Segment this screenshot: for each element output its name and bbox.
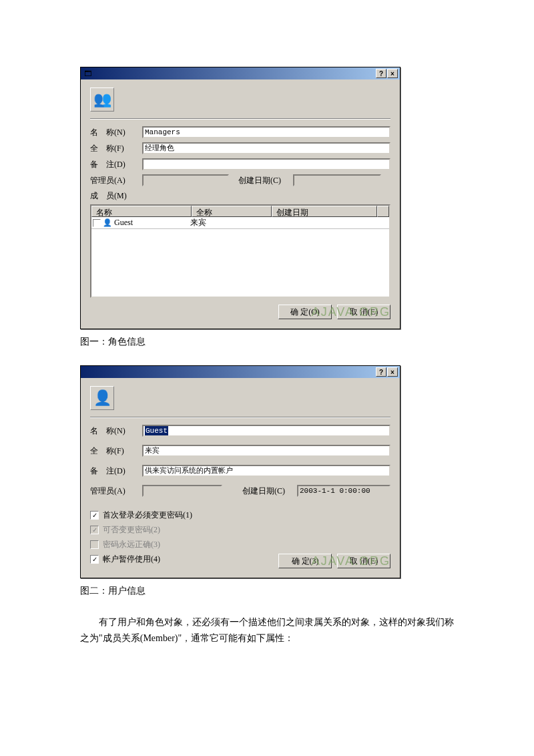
cancel-button[interactable]: 取 消(E) xyxy=(337,305,390,319)
ok-button[interactable]: 确 定(3) xyxy=(278,554,332,568)
separator xyxy=(90,417,390,418)
admin-input[interactable] xyxy=(142,174,229,186)
remark-input[interactable] xyxy=(142,158,390,170)
fullname-input[interactable]: 经理角色 xyxy=(142,142,390,154)
user-icon: 👤 xyxy=(90,386,114,410)
cancel-button[interactable]: 取 消(E) xyxy=(337,554,390,568)
grid-col-full[interactable]: 全称 xyxy=(192,206,272,217)
checkbox-icon xyxy=(90,540,99,549)
members-grid[interactable]: 名称 全称 创建日期 👤 Guest 来宾 xyxy=(90,204,390,298)
table-row[interactable]: 👤 Guest 来宾 xyxy=(91,217,389,229)
role-info-dialog: 🗔 ? × 👥 名 称(N) Managers 全 称(F) 经理角色 xyxy=(80,67,400,329)
user-icon: 👤 xyxy=(102,218,113,227)
checkbox-password-never-wrong: 密码永远正确(3) xyxy=(90,539,278,550)
fullname-label: 全 称(F) xyxy=(90,143,142,154)
checkbox-label: 首次登录必须变更密码(1) xyxy=(103,510,192,521)
help-button[interactable]: ? xyxy=(376,69,386,78)
row-checkbox[interactable] xyxy=(93,219,101,227)
create-date-label: 创建日期(C) xyxy=(238,175,293,186)
name-label: 名 称(N) xyxy=(90,425,142,437)
checkbox-account-suspended[interactable]: ✓ 帐户暂停使用(4) xyxy=(90,554,278,565)
close-button[interactable]: × xyxy=(387,367,398,377)
checkbox-label: 可否变更密码(2) xyxy=(103,524,160,536)
admin-label: 管理员(A) xyxy=(90,175,142,186)
checkbox-change-password-first-login[interactable]: ✓ 首次登录必须变更密码(1) xyxy=(90,510,278,521)
grid-col-spacer xyxy=(377,206,389,217)
fullname-input[interactable]: 来宾 xyxy=(142,445,390,457)
figure-caption-1: 图一：角色信息 xyxy=(80,336,454,348)
remark-label: 备 注(D) xyxy=(90,159,142,170)
checkbox-icon: ✓ xyxy=(90,526,99,534)
grid-header: 名称 全称 创建日期 xyxy=(91,206,389,217)
figure-caption-2: 图二：用户信息 xyxy=(80,585,454,597)
role-icon: 👥 xyxy=(90,87,114,112)
remark-input[interactable]: 供来宾访问系统的内置帐户 xyxy=(142,465,390,477)
name-label: 名 称(N) xyxy=(90,127,142,138)
button-row: AJAVA.ORG 确 定(O) 取 消(E) xyxy=(90,305,390,319)
create-date-input[interactable]: 2003-1-1 0:00:00 xyxy=(297,485,390,497)
checkbox-label: 密码永远正确(3) xyxy=(103,539,160,550)
fullname-label: 全 称(F) xyxy=(90,445,142,457)
titlebar[interactable]: 🗔 ? × xyxy=(81,67,400,79)
admin-label: 管理员(A) xyxy=(90,486,142,497)
row-full: 来宾 xyxy=(190,217,270,228)
system-menu-icon[interactable]: 🗔 xyxy=(82,69,93,78)
remark-label: 备 注(D) xyxy=(90,465,142,477)
close-button[interactable]: × xyxy=(387,69,398,78)
help-button[interactable]: ? xyxy=(376,367,386,377)
members-label: 成 员(M) xyxy=(90,190,390,202)
grid-col-cdate[interactable]: 创建日期 xyxy=(272,206,377,217)
create-date-label: 创建日期(C) xyxy=(242,486,297,497)
grid-col-name[interactable]: 名称 xyxy=(91,206,192,217)
checkbox-label: 帐户暂停使用(4) xyxy=(103,554,160,565)
checkbox-icon[interactable]: ✓ xyxy=(90,511,99,520)
checkbox-list: ✓ 首次登录必须变更密码(1) ✓ 可否变更密码(2) 密码永远正确(3) xyxy=(90,506,278,568)
ok-button[interactable]: 确 定(O) xyxy=(278,305,332,319)
checkbox-icon[interactable]: ✓ xyxy=(90,555,99,564)
checkbox-can-change-password: ✓ 可否变更密码(2) xyxy=(90,524,278,536)
body-paragraph: 有了用户和角色对象，还必须有一个描述他们之间隶属关系的对象，这样的对象我们称之为… xyxy=(80,614,454,646)
titlebar[interactable]: ? × xyxy=(81,366,400,378)
user-info-dialog: ? × 👤 名 称(N) Guest 全 称(F) 来宾 备 注(D) xyxy=(80,365,400,578)
name-input[interactable]: Guest xyxy=(142,425,390,437)
row-name: Guest xyxy=(113,218,190,228)
name-input[interactable]: Managers xyxy=(142,126,390,138)
admin-input[interactable] xyxy=(142,485,222,497)
separator xyxy=(90,118,390,120)
create-date-input[interactable] xyxy=(293,174,381,186)
